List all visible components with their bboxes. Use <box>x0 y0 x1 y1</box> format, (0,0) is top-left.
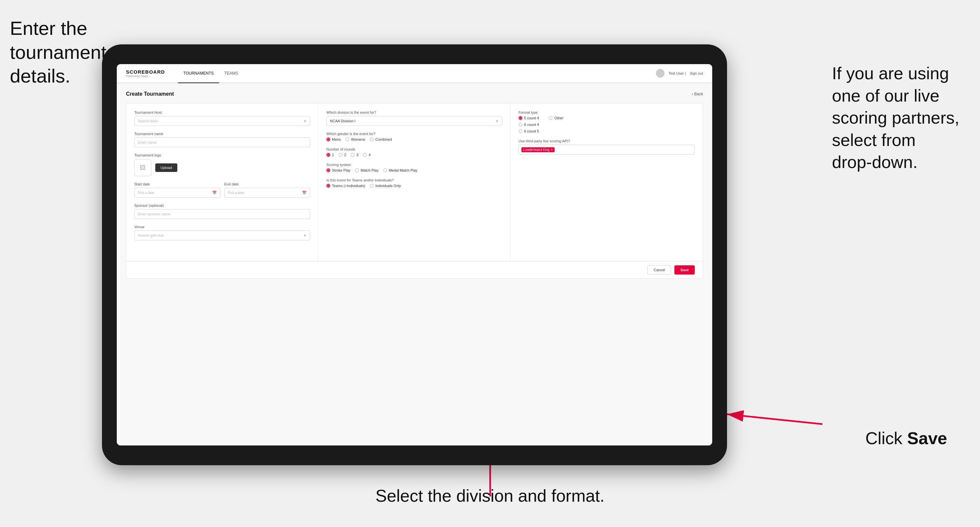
format-option-6count4[interactable]: 6 count 4 <box>519 123 539 127</box>
field-format-type: Format type 5 count 4 Other <box>519 111 695 133</box>
gender-option-combined[interactable]: Combined <box>370 137 392 141</box>
user-label: Test User | <box>668 71 686 75</box>
scoring-option-stroke[interactable]: Stroke Play <box>326 168 350 172</box>
radio-r2-indicator <box>339 153 342 157</box>
upload-button[interactable]: Upload <box>155 163 177 172</box>
clear-tag-icon[interactable]: × <box>551 148 553 152</box>
gender-radio-group: Mens Womens Combined <box>326 137 502 141</box>
page-title: Create Tournament <box>126 91 174 97</box>
division-arrow-icon: ▼ <box>495 119 499 123</box>
host-label: Tournament Host <box>134 111 310 114</box>
scoring-radio-group: Stroke Play Match Play Medal Match Play <box>326 168 502 172</box>
format-row-2: 6 count 4 <box>519 123 695 127</box>
sponsor-input[interactable]: Enter sponsor name <box>134 209 310 219</box>
team-radio-group: Teams (+Individuals) Individuals Only <box>326 184 502 188</box>
rounds-option-4[interactable]: 4 <box>363 153 371 157</box>
svg-line-7 <box>727 414 822 424</box>
team-option-teams[interactable]: Teams (+Individuals) <box>326 184 365 188</box>
format-label: Format type <box>519 111 695 114</box>
radio-r4-indicator <box>363 153 367 157</box>
gender-option-womens[interactable]: Womens <box>345 137 365 141</box>
live-scoring-select[interactable]: Leaderboard King × <box>519 144 695 154</box>
start-date-label: Start date <box>134 182 220 186</box>
form-col-3: Format type 5 count 4 Other <box>511 103 703 261</box>
logo-upload-area: 🖼 Upload <box>134 159 310 176</box>
radio-r1-indicator <box>326 153 330 157</box>
host-input[interactable]: Search team ▼ <box>134 116 310 126</box>
scoring-label: Scoring system <box>326 163 502 167</box>
field-tournament-host: Tournament Host Search team ▼ <box>134 111 310 126</box>
radio-6c4-indicator <box>519 123 522 127</box>
radio-teams-indicator <box>326 184 330 188</box>
back-link[interactable]: ‹ Back <box>692 92 703 96</box>
sponsor-placeholder: Enter sponsor name <box>138 212 170 216</box>
form-footer: Cancel Save <box>126 261 703 278</box>
logo-label: Tournament logo <box>134 153 310 157</box>
user-avatar <box>656 69 665 78</box>
scoring-option-medal[interactable]: Medal Match Play <box>383 168 417 172</box>
cancel-button[interactable]: Cancel <box>648 265 671 275</box>
page-header: Create Tournament ‹ Back <box>126 91 703 97</box>
gender-option-mens[interactable]: Mens <box>326 137 341 141</box>
scoring-option-match[interactable]: Match Play <box>355 168 378 172</box>
venue-input[interactable]: Search golf club ▼ <box>134 230 310 240</box>
name-label: Tournament name <box>134 132 310 136</box>
field-scoring: Scoring system Stroke Play Match Play <box>326 163 502 172</box>
rounds-radio-group: 1 2 3 <box>326 153 502 157</box>
rounds-option-2[interactable]: 2 <box>339 153 346 157</box>
radio-combined-indicator <box>370 137 374 141</box>
form-col-1: Tournament Host Search team ▼ Tournament… <box>126 103 318 261</box>
logo-placeholder-icon: 🖼 <box>134 159 151 176</box>
start-date-input[interactable]: Pick a date 📅 <box>134 188 220 198</box>
format-options-group: 5 count 4 Other <box>519 116 695 133</box>
team-option-individuals[interactable]: Individuals Only <box>370 184 401 188</box>
field-tournament-logo: Tournament logo 🖼 Upload <box>134 153 310 176</box>
division-select[interactable]: NCAA Division I ▼ <box>326 116 502 126</box>
field-start-date: Start date Pick a date 📅 <box>134 182 220 198</box>
division-value: NCAA Division I <box>330 119 356 123</box>
field-end-date: End date Pick a date 📅 <box>224 182 310 198</box>
radio-6c5-indicator <box>519 129 522 133</box>
format-option-6count5[interactable]: 6 count 5 <box>519 129 539 133</box>
radio-other-indicator <box>549 116 553 120</box>
tablet-screen: SCOREBOARD Powered by Clippit TOURNAMENT… <box>117 64 712 446</box>
sponsor-label: Sponsor (optional) <box>134 203 310 208</box>
field-tournament-name: Tournament name Enter name <box>134 132 310 147</box>
create-tournament-form: Tournament Host Search team ▼ Tournament… <box>126 103 703 279</box>
radio-r3-indicator <box>351 153 355 157</box>
navigation-bar: SCOREBOARD Powered by Clippit TOURNAMENT… <box>117 64 712 83</box>
calendar-icon: 📅 <box>212 190 217 195</box>
nav-links: TOURNAMENTS TEAMS <box>178 64 243 83</box>
host-placeholder: Search team <box>138 119 158 123</box>
nav-link-tournaments[interactable]: TOURNAMENTS <box>178 64 219 83</box>
format-row-1: 5 count 4 Other <box>519 116 695 120</box>
division-label: Which division is the event for? <box>326 111 502 114</box>
date-row: Start date Pick a date 📅 End date Pick a… <box>134 182 310 198</box>
host-arrow-icon: ▼ <box>303 119 307 123</box>
annotation-live-scoring: If you are using one of our live scoring… <box>832 62 970 174</box>
name-input[interactable]: Enter name <box>134 137 310 147</box>
field-gender: Which gender is the event for? Mens Wome… <box>326 132 502 141</box>
form-col-2: Which division is the event for? NCAA Di… <box>318 103 511 261</box>
app-logo: SCOREBOARD Powered by Clippit <box>126 69 165 78</box>
save-button[interactable]: Save <box>675 265 695 275</box>
nav-link-teams[interactable]: TEAMS <box>219 64 243 83</box>
end-date-input[interactable]: Pick a date 📅 <box>224 188 310 198</box>
form-body: Tournament Host Search team ▼ Tournament… <box>126 103 703 261</box>
annotation-division-format: Select the division and format. <box>375 485 605 507</box>
radio-match-indicator <box>355 168 359 172</box>
format-option-5count4[interactable]: 5 count 4 <box>519 116 539 120</box>
name-placeholder: Enter name <box>138 140 157 144</box>
logo-subtitle: Powered by Clippit <box>126 75 165 78</box>
live-scoring-tag: Leaderboard King × <box>522 147 555 152</box>
field-venue: Venue Search golf club ▼ <box>134 225 310 240</box>
signout-link[interactable]: Sign out <box>690 71 703 75</box>
radio-individuals-indicator <box>370 184 374 188</box>
logo-text: SCOREBOARD <box>126 69 165 75</box>
radio-stroke-indicator <box>326 168 330 172</box>
venue-label: Venue <box>134 225 310 229</box>
rounds-option-1[interactable]: 1 <box>326 153 334 157</box>
rounds-option-3[interactable]: 3 <box>351 153 358 157</box>
format-option-other[interactable]: Other <box>549 116 563 120</box>
radio-5c4-indicator <box>519 116 522 120</box>
